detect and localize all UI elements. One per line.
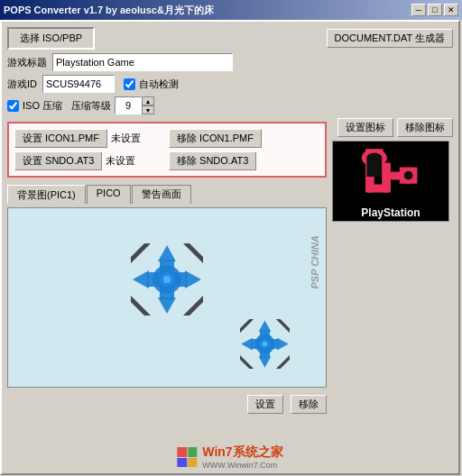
game-id-input[interactable]	[42, 75, 115, 93]
main-layout: 设置 ICON1.PMF 未设置 移除 ICON1.PMF 设置 SNDO.AT…	[7, 118, 453, 414]
svg-point-37	[263, 342, 268, 347]
svg-marker-5	[133, 270, 149, 288]
title-bar-text: POPS Converter v1.7 by aeolusc&月光下的床	[4, 4, 214, 17]
select-iso-button[interactable]: 选择 ISO/PBP	[7, 27, 95, 50]
svg-marker-24	[241, 338, 252, 351]
playstation-text: PlayStation	[361, 206, 420, 219]
remove-button[interactable]: 移除	[291, 395, 327, 414]
icon-group-box: 设置 ICON1.PMF 未设置 移除 ICON1.PMF 设置 SNDO.AT…	[7, 122, 327, 178]
setup-button[interactable]: 设置	[247, 395, 283, 414]
icon-controls: 设置图标 移除图标	[332, 118, 453, 137]
compress-level-input[interactable]	[115, 96, 142, 114]
svg-point-48	[404, 170, 413, 179]
bottom-row: 设置 移除	[7, 395, 327, 414]
tab-bgpic[interactable]: 背景图(PIC1)	[7, 185, 86, 204]
svg-marker-22	[259, 356, 272, 367]
spin-down-button[interactable]: ▼	[142, 105, 154, 114]
preview-area: PSP CHINA	[7, 207, 327, 388]
remove-icon1-button[interactable]: 移除 ICON1.PMF	[169, 129, 262, 148]
game-title-input[interactable]	[52, 53, 233, 71]
tab-alert[interactable]: 警告画面	[132, 185, 191, 204]
icon1-status: 未设置	[111, 132, 141, 145]
minimize-button[interactable]: ─	[411, 4, 426, 16]
left-panel: 设置 ICON1.PMF 未设置 移除 ICON1.PMF 设置 SNDO.AT…	[7, 118, 327, 414]
set-icon1-button[interactable]: 设置 ICON1.PMF	[14, 129, 107, 148]
svg-rect-42	[366, 158, 382, 177]
auto-detect-label: 自动检测	[139, 78, 179, 91]
svg-marker-1	[158, 245, 176, 261]
game-id-row: 游戏ID	[7, 75, 115, 93]
spin-buttons: ▲ ▼	[142, 96, 154, 114]
iso-compress-label: ISO 压缩	[23, 99, 62, 113]
top-row: 选择 ISO/PBP DOCUMENT.DAT 生成器	[7, 27, 453, 50]
svg-point-18	[163, 276, 171, 283]
psp-china-watermark: PSP CHINA	[310, 235, 320, 289]
remove-snd-button[interactable]: 移除 SNDO.AT3	[169, 151, 256, 170]
title-bar: POPS Converter v1.7 by aeolusc&月光下的床 ─ □…	[0, 0, 462, 20]
tab-row: 背景图(PIC1) PICO 警告画面	[7, 185, 327, 204]
remove-icon-button[interactable]: 移除图标	[397, 118, 453, 137]
svg-rect-44	[365, 184, 391, 192]
dpad-large-icon	[131, 243, 203, 316]
auto-detect-checkbox[interactable]	[124, 78, 135, 90]
iso-compress-checkbox[interactable]	[7, 100, 19, 112]
win7-logo-text: Win7系统之家	[202, 444, 282, 461]
right-panel: 设置图标 移除图标	[332, 118, 453, 414]
playstation-logo-svg	[359, 144, 422, 203]
game-title-row: 游戏标题	[7, 53, 453, 71]
title-bar-controls: ─ □ ✕	[411, 4, 458, 16]
auto-detect-row: 自动检测	[124, 78, 179, 91]
snd-status: 未设置	[106, 154, 135, 168]
main-window: 选择 ISO/PBP DOCUMENT.DAT 生成器 游戏标题 游戏ID 自动…	[0, 20, 460, 475]
game-title-label: 游戏标题	[7, 56, 47, 69]
spin-up-button[interactable]: ▲	[142, 96, 154, 105]
tab-pico[interactable]: PICO	[87, 185, 131, 204]
set-icon-button[interactable]: 设置图标	[337, 118, 393, 137]
close-button[interactable]: ✕	[444, 4, 458, 16]
maximize-button[interactable]: □	[428, 4, 442, 16]
window-inner: 选择 ISO/PBP DOCUMENT.DAT 生成器 游戏标题 游戏ID 自动…	[2, 22, 458, 419]
dpad-small-icon	[240, 319, 290, 369]
svg-marker-7	[185, 270, 201, 288]
win7-sub-text: WWW.Winwin7.Com	[202, 461, 282, 470]
game-id-label: 游戏ID	[7, 78, 37, 91]
win7-watermark-area: Win7系统之家 WWW.Winwin7.Com	[177, 444, 282, 470]
set-snd-button[interactable]: 设置 SNDO.AT3	[14, 151, 102, 170]
svg-marker-3	[158, 298, 176, 314]
svg-marker-20	[259, 320, 272, 331]
windows-logo-icon	[177, 447, 197, 467]
compress-level-label: 压缩等级	[71, 99, 111, 113]
iso-compress-row: ISO 压缩	[7, 99, 62, 113]
svg-marker-26	[277, 338, 288, 351]
playstation-logo-box: PlayStation	[332, 141, 449, 222]
compress-level-spinbox: ▲ ▼	[115, 96, 154, 114]
doc-generator-button[interactable]: DOCUMENT.DAT 生成器	[327, 29, 453, 48]
